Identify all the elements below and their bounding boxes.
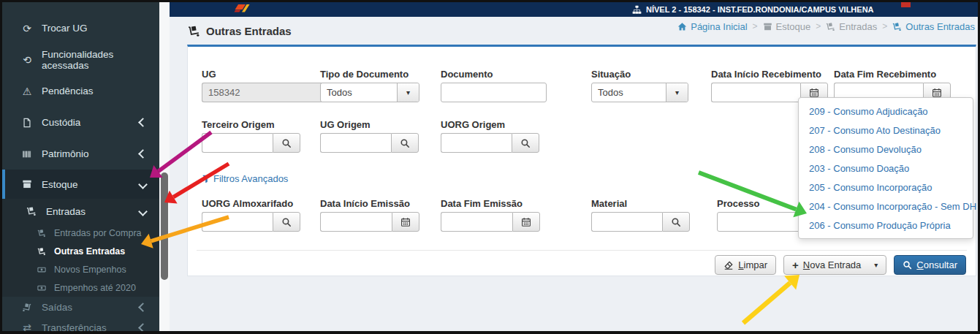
eraser-icon [723,260,734,270]
sidebar-item-label: Patrimônio [42,148,89,159]
top-navbar: NÍVEL 2 - 158342 - INST.FED.RONDONIA/CAM… [170,2,978,17]
home-icon [677,22,687,31]
field-documento: Documento [441,69,547,102]
terceiro-origem-search-button[interactable] [273,133,300,153]
field-situacao: Situação Todos ▾ [591,69,688,102]
sidebar-item-saidas[interactable]: Saídas [2,297,159,317]
dolly-icon [36,247,48,256]
sidebar-item-entradas[interactable]: Entradas [2,199,159,224]
uorg-almoxarifado-search-button[interactable] [273,212,300,232]
nova-entrada-button[interactable]: + Nova Entrada ▾ [783,255,886,275]
menu-item-204[interactable]: 204 - Consumo Incorporação - Sem DH [799,197,973,216]
file-icon [20,118,34,128]
chevron-left-icon [138,149,148,159]
sidebar-item-trocar-ug[interactable]: ⟳ Trocar UG [2,12,159,44]
sidebar-scrollbar-track[interactable] [159,2,170,331]
search-icon [520,138,531,148]
transfer-arrows-icon: ⇄ [20,322,34,333]
field-label: Data Fim Emissão [441,198,540,209]
sidebar: ⟳ Trocar UG ⟲ Funcionalidades acessadas … [2,2,159,331]
menu-item-208[interactable]: 208 - Consumo Devolução [799,140,973,159]
menu-item-205[interactable]: 205 - Consumo Incorporação [799,178,973,197]
data-inicio-emissao-input[interactable] [320,212,392,232]
plus-icon: + [792,259,799,270]
dolly-icon [892,22,902,31]
data-inicio-recebimento-input[interactable] [711,83,800,102]
dolly-icon [188,25,200,37]
sidebar-item-empenhos-ate-2020[interactable]: Empenhos até 2020 [2,278,159,297]
menu-item-207[interactable]: 207 - Consumo Ato Destinação [799,121,973,140]
terceiro-origem-input[interactable] [202,133,273,153]
field-uorg-almoxarifado: UORG Almoxarifado [202,198,300,232]
breadcrumb-home[interactable]: Página Inicial [677,21,747,32]
sidebar-item-label: Estoque [42,179,78,190]
field-ug-origem: UG Origem [320,119,419,153]
breadcrumb-separator: > [816,21,821,31]
limpar-button[interactable]: Limpar [715,255,776,275]
sidebar-item-pendencias[interactable]: ⚠ Pendências [2,75,159,107]
menu-item-209[interactable]: 209 - Consumo Adjudicação [799,102,973,121]
ug-origem-input[interactable] [320,133,391,153]
chevron-left-icon [138,303,148,312]
material-input[interactable] [591,212,662,232]
breadcrumb: Página Inicial > Estoque > Entradas > Ou… [677,19,975,34]
sidebar-item-label: Novos Empenhos [54,265,126,275]
sidebar-item-label: Saídas [42,302,72,313]
org-unit-indicator[interactable]: NÍVEL 2 - 158342 - INST.FED.RONDONIA/CAM… [632,2,874,17]
sidebar-item-transferencias[interactable]: ⇄ Transferências [2,317,159,334]
siads-logo-partial [224,2,257,15]
box-icon [763,22,772,31]
sidebar-item-custodia[interactable]: Custódia [2,107,159,138]
situacao-select[interactable]: Todos ▾ [591,83,688,102]
breadcrumb-estoque[interactable]: Estoque [763,21,811,32]
uorg-almoxarifado-input[interactable] [202,212,273,232]
uorg-origem-search-button[interactable] [512,133,539,153]
tipo-documento-select[interactable]: Todos ▾ [320,83,419,102]
sidebar-item-label: Funcionalidades acessadas [42,49,159,71]
documento-input[interactable] [441,83,547,102]
breadcrumb-separator: > [753,21,758,31]
sidebar-item-entradas-por-compra[interactable]: Entradas por Compra [2,224,159,242]
filter-funnel-icon [202,174,211,183]
sidebar-item-label: Pendências [42,86,94,96]
ug-input[interactable] [202,83,337,102]
dolly-out-icon [20,303,34,312]
dolly-icon [36,229,48,238]
sidebar-item-label: Empenhos até 2020 [54,283,136,293]
sidebar-item-outras-entradas[interactable]: Outras Entradas [2,242,159,260]
panel-divider [197,250,967,251]
dolly-icon [826,22,835,31]
data-fim-emissao-calendar-button[interactable] [512,212,540,232]
sidebar-item-novos-empenhos[interactable]: Novos Empenhos [2,260,159,278]
red-badge-partial [901,2,911,7]
sidebar-item-label: Custódia [42,117,80,128]
field-tipo-documento: Tipo de Documento Todos ▾ [320,69,419,102]
ug-origem-search-button[interactable] [391,133,419,153]
consultar-button[interactable]: Consultar [894,255,966,275]
field-data-fim-emissao: Data Fim Emissão [441,198,540,232]
box-icon [20,179,34,189]
data-fim-emissao-input[interactable] [441,212,512,232]
sidebar-item-estoque[interactable]: Estoque [2,170,159,199]
field-terceiro-origem: Terceiro Origem [202,119,300,153]
search-icon [400,138,410,148]
uorg-origem-input[interactable] [441,133,512,153]
filtros-avancados-link[interactable]: Filtros Avançados [202,173,288,184]
money-icon [36,265,48,274]
outras-entradas-screen: { "topbar": {"org_label": "NÍVEL 2 - 158… [0,0,980,334]
caret-down-icon: ▾ [666,83,688,102]
field-label: Data Início Emissão [320,198,419,209]
sitemap-icon [632,5,642,15]
sidebar-scrollbar-thumb[interactable] [161,172,168,280]
breadcrumb-entradas[interactable]: Entradas [826,21,877,32]
material-search-button[interactable] [662,212,690,232]
menu-item-203[interactable]: 203 - Consumo Doação [799,159,973,178]
menu-item-206[interactable]: 206 - Consumo Produção Própria [799,216,973,235]
sidebar-item-funcionalidades[interactable]: ⟲ Funcionalidades acessadas [2,44,159,75]
sidebar-item-patrimonio[interactable]: Patrimônio [2,138,159,170]
calendar-icon [932,88,942,98]
chevron-down-icon [138,207,148,216]
sidebar-item-label: Trocar UG [42,23,88,34]
breadcrumb-outras-entradas[interactable]: Outras Entradas [892,21,975,32]
data-inicio-emissao-calendar-button[interactable] [392,212,419,232]
